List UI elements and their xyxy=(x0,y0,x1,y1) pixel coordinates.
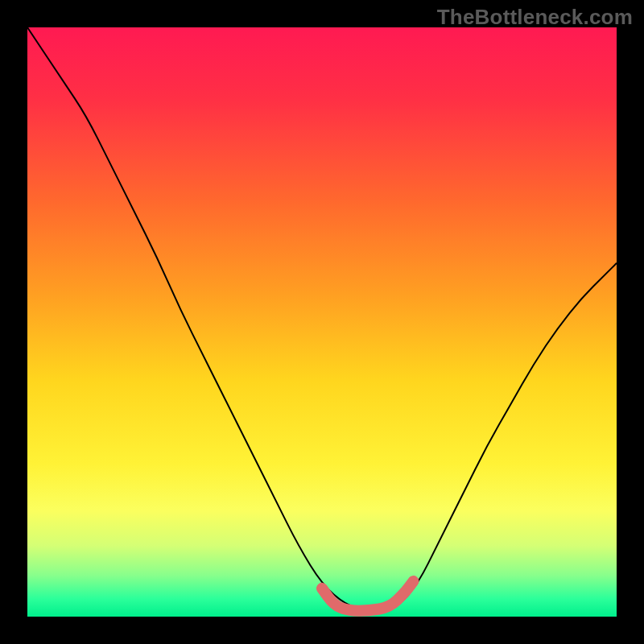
gradient-rect xyxy=(27,27,617,617)
chart-frame: TheBottleneck.com xyxy=(0,0,644,644)
plot-area xyxy=(27,27,617,617)
watermark-text: TheBottleneck.com xyxy=(437,5,633,30)
plot-svg xyxy=(27,27,617,617)
